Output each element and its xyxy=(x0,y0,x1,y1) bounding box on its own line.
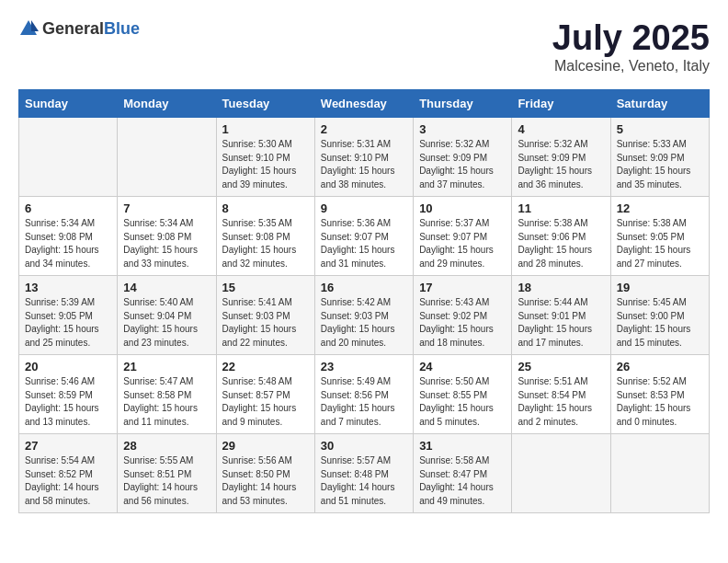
day-detail: Sunrise: 5:39 AM Sunset: 9:05 PM Dayligh… xyxy=(25,296,111,350)
week-row-1: 1Sunrise: 5:30 AM Sunset: 9:10 PM Daylig… xyxy=(19,118,710,197)
week-row-3: 13Sunrise: 5:39 AM Sunset: 9:05 PM Dayli… xyxy=(19,276,710,355)
day-number: 11 xyxy=(518,201,604,215)
day-number: 29 xyxy=(222,439,309,453)
calendar-cell: 13Sunrise: 5:39 AM Sunset: 9:05 PM Dayli… xyxy=(19,276,118,355)
day-number: 17 xyxy=(419,281,506,294)
day-detail: Sunrise: 5:41 AM Sunset: 9:03 PM Dayligh… xyxy=(222,296,309,350)
calendar-cell: 5Sunrise: 5:33 AM Sunset: 9:09 PM Daylig… xyxy=(610,118,709,197)
calendar-cell xyxy=(512,434,610,513)
calendar-cell: 31Sunrise: 5:58 AM Sunset: 8:47 PM Dayli… xyxy=(414,434,512,513)
calendar-cell: 9Sunrise: 5:36 AM Sunset: 9:07 PM Daylig… xyxy=(314,197,413,276)
day-number: 3 xyxy=(419,122,506,136)
day-detail: Sunrise: 5:38 AM Sunset: 9:05 PM Dayligh… xyxy=(617,217,703,270)
day-number: 19 xyxy=(617,281,703,294)
calendar-cell: 23Sunrise: 5:49 AM Sunset: 8:56 PM Dayli… xyxy=(314,355,413,434)
day-number: 2 xyxy=(321,122,407,136)
svg-marker-1 xyxy=(31,20,39,31)
calendar-cell: 30Sunrise: 5:57 AM Sunset: 8:48 PM Dayli… xyxy=(314,434,413,513)
weekday-header-row: SundayMondayTuesdayWednesdayThursdayFrid… xyxy=(19,90,710,118)
weekday-header-thursday: Thursday xyxy=(414,90,512,118)
weekday-header-tuesday: Tuesday xyxy=(216,90,314,118)
calendar-table: SundayMondayTuesdayWednesdayThursdayFrid… xyxy=(18,89,710,513)
day-detail: Sunrise: 5:58 AM Sunset: 8:47 PM Dayligh… xyxy=(419,454,506,508)
calendar-cell: 11Sunrise: 5:38 AM Sunset: 9:06 PM Dayli… xyxy=(512,197,610,276)
day-number: 10 xyxy=(419,201,506,215)
day-detail: Sunrise: 5:49 AM Sunset: 8:56 PM Dayligh… xyxy=(321,375,407,429)
calendar-cell: 10Sunrise: 5:37 AM Sunset: 9:07 PM Dayli… xyxy=(414,197,512,276)
day-detail: Sunrise: 5:43 AM Sunset: 9:02 PM Dayligh… xyxy=(419,296,506,350)
day-detail: Sunrise: 5:46 AM Sunset: 8:59 PM Dayligh… xyxy=(25,375,111,429)
calendar-cell: 21Sunrise: 5:47 AM Sunset: 8:58 PM Dayli… xyxy=(118,355,216,434)
day-number: 5 xyxy=(617,122,703,136)
week-row-5: 27Sunrise: 5:54 AM Sunset: 8:52 PM Dayli… xyxy=(19,434,710,513)
calendar-title: July 2025 xyxy=(552,18,710,58)
day-detail: Sunrise: 5:50 AM Sunset: 8:55 PM Dayligh… xyxy=(419,375,506,429)
calendar-cell: 1Sunrise: 5:30 AM Sunset: 9:10 PM Daylig… xyxy=(216,118,314,197)
logo: GeneralBlue xyxy=(18,18,140,39)
day-detail: Sunrise: 5:52 AM Sunset: 8:53 PM Dayligh… xyxy=(617,375,703,429)
day-number: 20 xyxy=(25,360,111,373)
calendar-cell: 14Sunrise: 5:40 AM Sunset: 9:04 PM Dayli… xyxy=(118,276,216,355)
calendar-cell: 19Sunrise: 5:45 AM Sunset: 9:00 PM Dayli… xyxy=(610,276,709,355)
day-detail: Sunrise: 5:56 AM Sunset: 8:50 PM Dayligh… xyxy=(222,454,309,508)
day-number: 6 xyxy=(25,201,111,215)
calendar-cell: 18Sunrise: 5:44 AM Sunset: 9:01 PM Dayli… xyxy=(512,276,610,355)
calendar-cell xyxy=(610,434,709,513)
day-detail: Sunrise: 5:32 AM Sunset: 9:09 PM Dayligh… xyxy=(518,138,604,191)
day-number: 26 xyxy=(617,360,703,373)
logo-text-blue: Blue xyxy=(104,19,140,38)
weekday-header-saturday: Saturday xyxy=(610,90,709,118)
calendar-cell xyxy=(118,118,216,197)
day-number: 23 xyxy=(321,360,407,373)
logo-icon xyxy=(18,18,39,39)
calendar-cell: 22Sunrise: 5:48 AM Sunset: 8:57 PM Dayli… xyxy=(216,355,314,434)
day-number: 13 xyxy=(25,281,111,294)
calendar-cell: 25Sunrise: 5:51 AM Sunset: 8:54 PM Dayli… xyxy=(512,355,610,434)
day-number: 25 xyxy=(518,360,604,373)
day-detail: Sunrise: 5:36 AM Sunset: 9:07 PM Dayligh… xyxy=(321,217,407,270)
day-number: 14 xyxy=(123,281,210,294)
calendar-cell: 15Sunrise: 5:41 AM Sunset: 9:03 PM Dayli… xyxy=(216,276,314,355)
day-number: 24 xyxy=(419,360,506,373)
day-number: 12 xyxy=(617,201,703,215)
calendar-cell: 29Sunrise: 5:56 AM Sunset: 8:50 PM Dayli… xyxy=(216,434,314,513)
day-detail: Sunrise: 5:30 AM Sunset: 9:10 PM Dayligh… xyxy=(222,138,309,191)
calendar-cell: 16Sunrise: 5:42 AM Sunset: 9:03 PM Dayli… xyxy=(314,276,413,355)
weekday-header-monday: Monday xyxy=(118,90,216,118)
day-detail: Sunrise: 5:44 AM Sunset: 9:01 PM Dayligh… xyxy=(518,296,604,350)
page-header: GeneralBlue July 2025 Malcesine, Veneto,… xyxy=(18,18,710,75)
calendar-cell: 3Sunrise: 5:32 AM Sunset: 9:09 PM Daylig… xyxy=(414,118,512,197)
calendar-cell: 28Sunrise: 5:55 AM Sunset: 8:51 PM Dayli… xyxy=(118,434,216,513)
day-detail: Sunrise: 5:33 AM Sunset: 9:09 PM Dayligh… xyxy=(617,138,703,191)
calendar-cell: 27Sunrise: 5:54 AM Sunset: 8:52 PM Dayli… xyxy=(19,434,118,513)
calendar-cell xyxy=(19,118,118,197)
calendar-cell: 2Sunrise: 5:31 AM Sunset: 9:10 PM Daylig… xyxy=(314,118,413,197)
calendar-subtitle: Malcesine, Veneto, Italy xyxy=(552,58,710,75)
day-number: 15 xyxy=(222,281,309,294)
week-row-4: 20Sunrise: 5:46 AM Sunset: 8:59 PM Dayli… xyxy=(19,355,710,434)
day-detail: Sunrise: 5:55 AM Sunset: 8:51 PM Dayligh… xyxy=(123,454,210,508)
day-detail: Sunrise: 5:40 AM Sunset: 9:04 PM Dayligh… xyxy=(123,296,210,350)
day-number: 1 xyxy=(222,122,309,136)
day-detail: Sunrise: 5:54 AM Sunset: 8:52 PM Dayligh… xyxy=(25,454,111,508)
title-area: July 2025 Malcesine, Veneto, Italy xyxy=(552,18,710,75)
calendar-cell: 8Sunrise: 5:35 AM Sunset: 9:08 PM Daylig… xyxy=(216,197,314,276)
day-detail: Sunrise: 5:37 AM Sunset: 9:07 PM Dayligh… xyxy=(419,217,506,270)
day-detail: Sunrise: 5:57 AM Sunset: 8:48 PM Dayligh… xyxy=(321,454,407,508)
calendar-cell: 20Sunrise: 5:46 AM Sunset: 8:59 PM Dayli… xyxy=(19,355,118,434)
day-number: 4 xyxy=(518,122,604,136)
calendar-cell: 24Sunrise: 5:50 AM Sunset: 8:55 PM Dayli… xyxy=(414,355,512,434)
day-number: 9 xyxy=(321,201,407,215)
day-number: 28 xyxy=(123,439,210,453)
day-number: 31 xyxy=(419,439,506,453)
logo-text-general: General xyxy=(42,19,104,38)
day-number: 27 xyxy=(25,439,111,453)
day-number: 7 xyxy=(123,201,210,215)
week-row-2: 6Sunrise: 5:34 AM Sunset: 9:08 PM Daylig… xyxy=(19,197,710,276)
weekday-header-wednesday: Wednesday xyxy=(314,90,413,118)
day-detail: Sunrise: 5:42 AM Sunset: 9:03 PM Dayligh… xyxy=(321,296,407,350)
day-number: 30 xyxy=(321,439,407,453)
day-number: 22 xyxy=(222,360,309,373)
day-number: 16 xyxy=(321,281,407,294)
day-number: 18 xyxy=(518,281,604,294)
